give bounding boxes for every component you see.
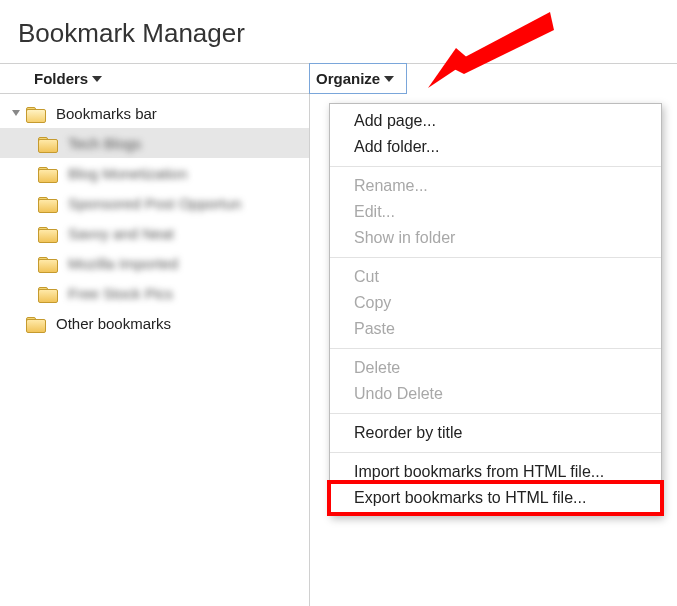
chevron-down-icon (92, 76, 102, 82)
menu-item: Copy (330, 290, 661, 316)
folders-header[interactable]: Folders (0, 64, 309, 94)
folder-item[interactable]: Sponsored Post Opportun (0, 188, 309, 218)
menu-separator (330, 452, 661, 453)
folder-icon (38, 285, 58, 301)
menu-separator (330, 348, 661, 349)
menu-item[interactable]: Add folder... (330, 134, 661, 160)
menu-separator (330, 257, 661, 258)
folder-icon (26, 315, 46, 331)
folder-tree: Bookmarks barTech BlogsBlog Monetization… (0, 94, 309, 342)
folder-label: Other bookmarks (56, 315, 171, 332)
annotation-arrow (420, 10, 560, 100)
folder-icon (38, 165, 58, 181)
folder-label: Bookmarks bar (56, 105, 157, 122)
organize-menu: Add page...Add folder...Rename...Edit...… (329, 103, 662, 516)
folder-item[interactable]: Other bookmarks (0, 308, 309, 338)
organize-button[interactable]: Organize (309, 63, 407, 94)
expander-icon[interactable] (12, 110, 20, 116)
menu-item: Show in folder (330, 225, 661, 251)
menu-item: Edit... (330, 199, 661, 225)
folders-sidebar: Folders Bookmarks barTech BlogsBlog Mone… (0, 64, 310, 606)
page-title: Bookmark Manager (0, 0, 677, 63)
folder-icon (38, 135, 58, 151)
folder-label: Sponsored Post Opportun (68, 195, 241, 212)
folders-header-label: Folders (34, 70, 88, 87)
menu-item[interactable]: Import bookmarks from HTML file... (330, 459, 661, 485)
menu-item: Undo Delete (330, 381, 661, 407)
folder-item[interactable]: Bookmarks bar (0, 98, 309, 128)
folder-label: Mozilla Imported (68, 255, 178, 272)
menu-separator (330, 413, 661, 414)
folder-item[interactable]: Savvy and Neat (0, 218, 309, 248)
menu-item: Paste (330, 316, 661, 342)
folder-label: Tech Blogs (68, 135, 141, 152)
folder-icon (38, 195, 58, 211)
folder-label: Free Stock Pics (68, 285, 173, 302)
folder-label: Savvy and Neat (68, 225, 174, 242)
folder-icon (26, 105, 46, 121)
folder-item[interactable]: Free Stock Pics (0, 278, 309, 308)
organize-label: Organize (316, 70, 380, 87)
menu-item: Rename... (330, 173, 661, 199)
folder-item[interactable]: Tech Blogs (0, 128, 309, 158)
folder-item[interactable]: Blog Monetization (0, 158, 309, 188)
folder-icon (38, 255, 58, 271)
chevron-down-icon (384, 76, 394, 82)
folder-icon (38, 225, 58, 241)
menu-separator (330, 166, 661, 167)
menu-item[interactable]: Export bookmarks to HTML file... (330, 485, 661, 511)
svg-marker-1 (448, 12, 554, 74)
menu-item[interactable]: Reorder by title (330, 420, 661, 446)
folder-label: Blog Monetization (68, 165, 187, 182)
folder-item[interactable]: Mozilla Imported (0, 248, 309, 278)
menu-item[interactable]: Add page... (330, 108, 661, 134)
menu-item: Delete (330, 355, 661, 381)
menu-item: Cut (330, 264, 661, 290)
